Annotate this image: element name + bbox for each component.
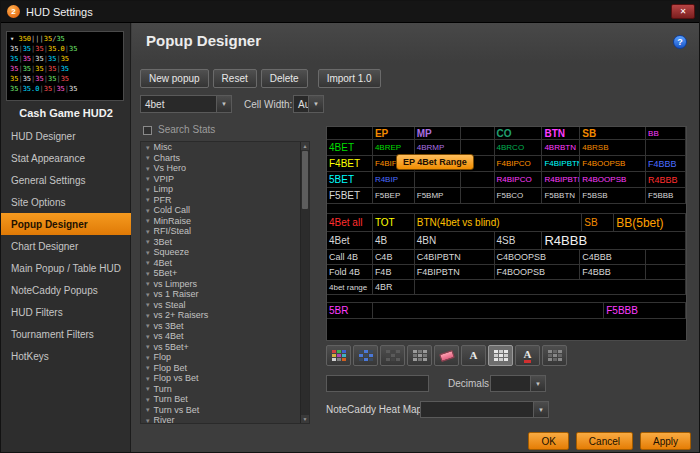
- stats-tree-item-turn-vs-bet[interactable]: ▾Turn vs Bet: [141, 405, 309, 416]
- stats-tree-item-vs-steal[interactable]: ▾vs Steal: [141, 300, 309, 311]
- popup-cell-empty[interactable]: [461, 188, 495, 203]
- font-color-icon[interactable]: A: [515, 345, 540, 366]
- popup-cell-sb[interactable]: SB: [580, 127, 646, 139]
- heatmap-select[interactable]: ▼: [420, 401, 549, 418]
- popup-cell-f5bco[interactable]: F5BCO: [495, 188, 543, 203]
- popup-cell-empty[interactable]: [415, 172, 461, 187]
- new-popup-button[interactable]: New popup: [140, 69, 209, 88]
- plain-grid-icon[interactable]: [407, 345, 432, 366]
- popup-cell-f4boopsb[interactable]: F4BOOPSB: [495, 265, 581, 279]
- popup-cell-4brco[interactable]: 4BRCO: [495, 140, 543, 155]
- popup-cell-4sb[interactable]: 4SB: [495, 232, 543, 249]
- sidebar-item-site-options[interactable]: Site Options: [1, 191, 131, 213]
- popup-cell-empty[interactable]: [461, 172, 495, 187]
- popup-cell-4bet[interactable]: 4BET: [327, 140, 373, 155]
- popup-cell-empty[interactable]: [415, 280, 686, 294]
- cancel-button[interactable]: Cancel: [576, 432, 633, 450]
- sidebar-item-general-settings[interactable]: General Settings: [1, 169, 131, 191]
- popup-cell-empty[interactable]: [646, 250, 686, 264]
- color-grid-icon[interactable]: [326, 345, 351, 366]
- popup-cell-5br[interactable]: 5BR: [327, 303, 373, 318]
- stats-tree-item-vs-hero[interactable]: ▾Vs Hero: [141, 163, 309, 174]
- popup-cell-r4bip[interactable]: R4BIP: [373, 172, 415, 187]
- popup-cell-c4b[interactable]: C4B: [373, 250, 415, 264]
- popup-cell-f4bipco[interactable]: F4BIPCO: [495, 156, 543, 171]
- sidebar-item-hud-filters[interactable]: HUD Filters: [1, 301, 131, 323]
- popup-cell-4brmp[interactable]: 4BRMP: [415, 140, 461, 155]
- popup-cell-r4bipbtn[interactable]: R4BIPBTN: [542, 172, 580, 187]
- stats-tree-item-minraise[interactable]: ▾MinRaise: [141, 216, 309, 227]
- cell-width-select[interactable]: Auto ▼: [293, 95, 324, 113]
- stats-tree-item-4bet[interactable]: ▾4Bet: [141, 258, 309, 269]
- popup-cell-bb[interactable]: BB: [646, 127, 686, 139]
- ok-button[interactable]: OK: [528, 432, 568, 450]
- scrollbar-thumb[interactable]: [302, 151, 308, 209]
- stats-tree-item-vpip[interactable]: ▾VPIP: [141, 174, 309, 185]
- scroll-up-icon[interactable]: ▲: [301, 142, 309, 150]
- popup-cell-f5bsb[interactable]: F5BSB: [580, 188, 646, 203]
- decimals-select[interactable]: ▼: [490, 375, 546, 392]
- popup-cell-f5bep[interactable]: F5BEP: [373, 188, 415, 203]
- sidebar-item-stat-appearance[interactable]: Stat Appearance: [1, 147, 131, 169]
- popup-cell-c4bipbtn[interactable]: C4BIPBTN: [415, 250, 495, 264]
- popup-cell-4brep[interactable]: 4BREP: [373, 140, 415, 155]
- help-icon[interactable]: ?: [673, 35, 687, 49]
- stats-tree-item-charts[interactable]: ▾Charts: [141, 153, 309, 164]
- popup-cell-4bet-range[interactable]: 4bet range: [327, 280, 373, 294]
- chevron-down-icon[interactable]: ▼: [216, 96, 231, 112]
- search-stats-checkbox[interactable]: [143, 126, 152, 135]
- dark-grid-icon[interactable]: [380, 345, 405, 366]
- import-1-0-button[interactable]: Import 1.0: [318, 69, 381, 88]
- popup-cell-4brbtn[interactable]: 4BRBTN: [542, 140, 580, 155]
- chevron-down-icon[interactable]: ▼: [308, 96, 323, 112]
- popup-cell-tot[interactable]: TOT: [373, 214, 415, 231]
- popup-cell-fold-4b[interactable]: Fold 4B: [327, 265, 373, 279]
- popup-cell-empty[interactable]: [646, 265, 686, 279]
- stats-tree-item-river[interactable]: ▾River: [141, 415, 309, 424]
- popup-cell-4bn[interactable]: 4BN: [415, 232, 495, 249]
- reset-button[interactable]: Reset: [213, 69, 257, 88]
- sidebar-item-chart-designer[interactable]: Chart Designer: [1, 235, 131, 257]
- sidebar-item-popup-designer[interactable]: Popup Designer: [1, 213, 131, 235]
- stats-tree-item-flop-vs-bet[interactable]: ▾Flop vs Bet: [141, 373, 309, 384]
- apply-button[interactable]: Apply: [640, 432, 691, 450]
- popup-cell-co[interactable]: CO: [495, 127, 543, 139]
- popup-cell-empty[interactable]: [327, 127, 373, 139]
- chevron-down-icon[interactable]: ▼: [530, 376, 545, 391]
- stats-tree-item-flop-bet[interactable]: ▾Flop Bet: [141, 363, 309, 374]
- popup-cell-4b[interactable]: 4B: [373, 232, 415, 249]
- delete-button[interactable]: Delete: [261, 69, 308, 88]
- popup-cell-call-4b[interactable]: Call 4B: [327, 250, 373, 264]
- popup-cell-btn-4bet-vs-blind[interactable]: BTN(4bet vs blind): [415, 214, 583, 231]
- sidebar-item-main-popup-table-hud[interactable]: Main Popup / Table HUD: [1, 257, 131, 279]
- popup-cell-f4bet[interactable]: F4BET: [327, 156, 373, 171]
- stats-tree-item-misc[interactable]: ▾Misc: [141, 142, 309, 153]
- sidebar-item-notecaddy-popups[interactable]: NoteCaddy Popups: [1, 279, 131, 301]
- chevron-down-icon[interactable]: ▼: [533, 402, 548, 417]
- popup-cell-f5bet[interactable]: F5BET: [327, 188, 373, 203]
- stats-tree-item-vs-5bet[interactable]: ▾vs 5Bet+: [141, 342, 309, 353]
- popup-cell-f5bbtn[interactable]: F5BBTN: [542, 188, 580, 203]
- popup-cell-f4bbb[interactable]: F4BBB: [646, 156, 686, 171]
- sidebar-item-hud-designer[interactable]: HUD Designer: [1, 125, 131, 147]
- stats-tree-item-vs-2-raisers[interactable]: ▾vs 2+ Raisers: [141, 310, 309, 321]
- stats-tree-item-flop[interactable]: ▾Flop: [141, 352, 309, 363]
- popup-cell-r4bbb[interactable]: R4BBB: [542, 232, 686, 249]
- popup-cell-empty[interactable]: [461, 140, 495, 155]
- popup-cell-5bet[interactable]: 5BET: [327, 172, 373, 187]
- stats-tree-item-3bet[interactable]: ▾3Bet: [141, 237, 309, 248]
- popup-cell-f5bbb[interactable]: F5BBB: [646, 188, 686, 203]
- stats-tree-item-5bet[interactable]: ▾5Bet+: [141, 268, 309, 279]
- popup-cell-r4bbb[interactable]: R4BBB: [646, 172, 686, 187]
- stats-tree-item-vs-3bet[interactable]: ▾vs 3Bet: [141, 321, 309, 332]
- stats-tree-item-vs-1-raiser[interactable]: ▾vs 1 Raiser: [141, 289, 309, 300]
- popup-cell-r4boopsb[interactable]: R4BOOPSB: [580, 172, 646, 187]
- popup-cell-f4bbb[interactable]: F4BBB: [580, 265, 646, 279]
- close-icon[interactable]: ✕: [671, 4, 695, 19]
- popup-cell-btn[interactable]: BTN: [542, 127, 580, 139]
- stats-tree-item-vs-limpers[interactable]: ▾vs Limpers: [141, 279, 309, 290]
- popup-cell-4br[interactable]: 4BR: [373, 280, 415, 294]
- popup-select[interactable]: 4bet ▼: [140, 95, 232, 113]
- stats-tree-scrollbar[interactable]: ▲ ▼: [300, 142, 309, 423]
- stats-tree-item-limp[interactable]: ▾Limp: [141, 184, 309, 195]
